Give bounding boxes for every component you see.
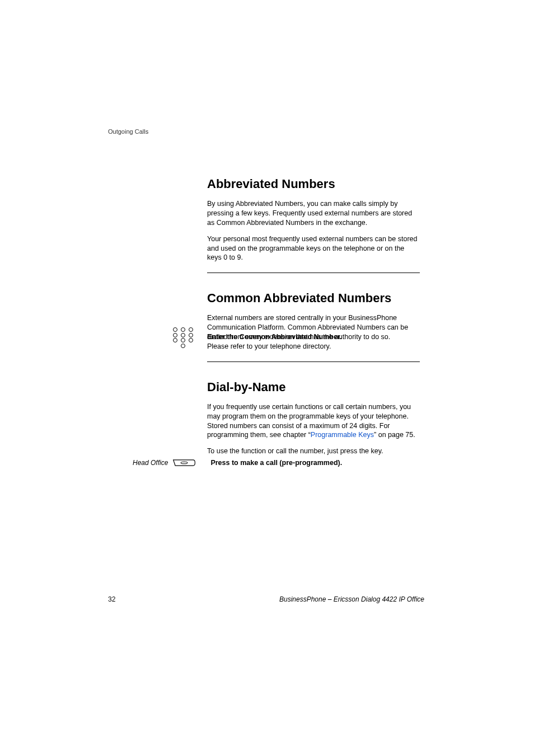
heading-common-abbrev: Common Abbreviated Numbers bbox=[207, 291, 420, 306]
dial-bold-line: Press to make a call (pre-programmed). bbox=[210, 458, 342, 468]
common-bold-line: Enter the Common Abbreviated Number. bbox=[207, 332, 420, 342]
common-sub-line: Please refer to your telephone directory… bbox=[207, 342, 420, 351]
divider bbox=[207, 361, 420, 362]
main-content: Abbreviated Numbers By using Abbreviated… bbox=[207, 177, 420, 349]
footer-doc-title: BusinessPhone – Ericsson Dialog 4422 IP … bbox=[279, 595, 424, 603]
heading-abbreviated-numbers: Abbreviated Numbers bbox=[207, 177, 420, 191]
heading-dial-by-name: Dial-by-Name bbox=[207, 380, 420, 395]
programmable-keys-link[interactable]: Programmable Keys bbox=[311, 431, 374, 439]
abbrev-para1: By using Abbreviated Numbers, you can ma… bbox=[207, 199, 420, 228]
svg-point-0 bbox=[181, 462, 188, 464]
dial-para2: To use the function or call the number, … bbox=[207, 447, 420, 456]
head-office-label: Head Office bbox=[133, 459, 168, 467]
page-number: 32 bbox=[108, 595, 115, 603]
abbrev-para2: Your personal most frequently used exter… bbox=[207, 234, 420, 263]
common-instruction-block: Enter the Common Abbreviated Number. Ple… bbox=[207, 332, 420, 463]
divider bbox=[207, 273, 420, 273]
dial-para1: If you frequently use certain functions … bbox=[207, 402, 420, 440]
head-office-key-row: Head Office Press to make a call (pre-pr… bbox=[133, 458, 342, 468]
keypad-icon bbox=[173, 327, 193, 348]
page-header-section: Outgoing Calls bbox=[108, 128, 148, 135]
programmable-key-icon bbox=[172, 459, 196, 467]
dial-para1-b: ” on page 75. bbox=[374, 431, 415, 439]
